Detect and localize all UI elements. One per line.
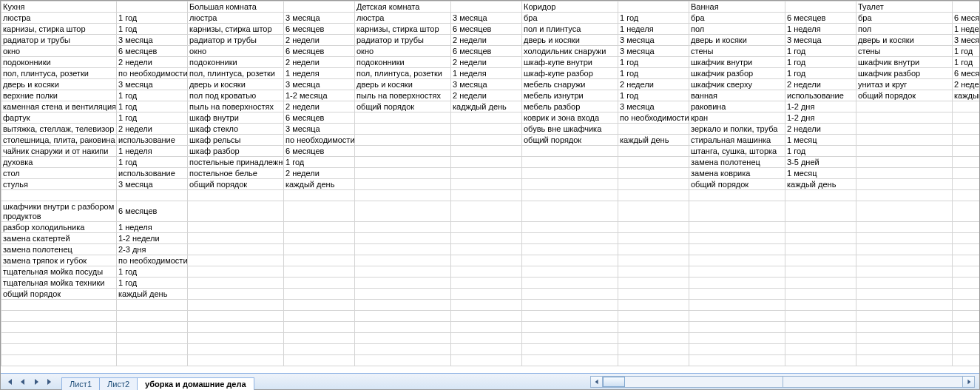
task-cell[interactable]: дверь и косяки	[689, 35, 785, 46]
freq-cell[interactable]: 3 месяца	[284, 124, 355, 135]
cell[interactable]	[856, 344, 953, 355]
freq-cell[interactable]	[953, 146, 980, 157]
freq-cell[interactable]: 2 недели	[451, 57, 522, 68]
task-cell[interactable]: общий порядок	[689, 179, 785, 190]
task-cell[interactable]	[355, 222, 451, 233]
task-cell[interactable]: общий порядок	[188, 179, 284, 190]
task-cell[interactable]: дверь и косяки	[522, 35, 618, 46]
task-cell[interactable]	[856, 146, 953, 157]
freq-cell[interactable]	[284, 190, 355, 201]
freq-cell[interactable]	[451, 168, 522, 179]
freq-cell[interactable]: 1 год	[117, 266, 188, 278]
freq-cell[interactable]: 1 неделя	[284, 68, 355, 79]
freq-cell[interactable]: 6 месяцев	[451, 46, 522, 57]
freq-cell[interactable]: 1 год	[618, 90, 689, 101]
task-cell[interactable]	[522, 244, 618, 255]
freq-cell[interactable]: 2 недели	[117, 57, 188, 68]
task-cell[interactable]	[522, 190, 618, 201]
task-cell[interactable]: шкаф разбор	[188, 146, 284, 157]
cell[interactable]	[856, 333, 953, 344]
task-cell[interactable]	[355, 146, 451, 157]
freq-cell[interactable]: 6 месяцев	[117, 46, 188, 57]
freq-cell[interactable]	[451, 201, 522, 222]
freq-cell[interactable]: 1 неделя	[953, 24, 980, 35]
task-cell[interactable]	[188, 255, 284, 266]
section-header[interactable]: Коридор	[522, 1, 618, 13]
task-cell[interactable]	[522, 289, 618, 300]
cell[interactable]	[785, 333, 856, 344]
nav-prev-icon[interactable]	[17, 376, 29, 388]
task-cell[interactable]: пол, плинтуса, розетки	[1, 68, 117, 79]
freq-cell[interactable]: по необходимости	[117, 255, 188, 266]
freq-cell[interactable]: 1 год	[117, 90, 188, 101]
freq-cell[interactable]: каждый день	[117, 289, 188, 300]
freq-cell[interactable]	[451, 135, 522, 146]
task-cell[interactable]: дверь и косяки	[355, 79, 451, 90]
freq-cell[interactable]	[451, 190, 522, 201]
freq-cell[interactable]	[953, 101, 980, 112]
task-cell[interactable]: замена скатертей	[1, 233, 117, 244]
freq-cell[interactable]: 1 год	[618, 68, 689, 79]
cell[interactable]	[953, 311, 980, 322]
freq-cell[interactable]: по необходимости	[117, 68, 188, 79]
freq-cell[interactable]: 1 год	[117, 101, 188, 112]
nav-last-icon[interactable]	[44, 376, 55, 388]
freq-cell[interactable]	[953, 244, 980, 255]
cell[interactable]	[355, 333, 451, 344]
freq-cell[interactable]: 1 год	[785, 68, 856, 79]
task-cell[interactable]	[522, 201, 618, 222]
task-cell[interactable]	[355, 179, 451, 190]
task-cell[interactable]	[188, 190, 284, 201]
cell[interactable]	[856, 322, 953, 333]
cell[interactable]	[618, 355, 689, 366]
cell[interactable]	[284, 322, 355, 333]
task-cell[interactable]: стены	[856, 46, 953, 57]
freq-cell[interactable]	[618, 201, 689, 222]
task-cell[interactable]: шкафчик внутри	[856, 57, 953, 68]
task-cell[interactable]: карнизы, стирка штор	[1, 24, 117, 35]
cell[interactable]	[355, 355, 451, 366]
freq-cell[interactable]: 6 месяцев	[451, 24, 522, 35]
scroll-right-icon[interactable]	[962, 377, 974, 387]
freq-cell[interactable]	[953, 222, 980, 233]
cell[interactable]	[689, 333, 785, 344]
freq-cell[interactable]	[618, 278, 689, 289]
tab-sheet1[interactable]: Лист1	[61, 377, 100, 390]
task-cell[interactable]: штанга, сушка, шторка	[689, 146, 785, 157]
freq-cell[interactable]	[953, 157, 980, 168]
cell[interactable]	[355, 322, 451, 333]
task-cell[interactable]: общий порядок	[522, 135, 618, 146]
freq-cell[interactable]: 2 недели	[953, 79, 980, 90]
task-cell[interactable]: фартук	[1, 112, 117, 124]
cell[interactable]	[856, 311, 953, 322]
freq-cell[interactable]: 3 месяца	[618, 35, 689, 46]
task-cell[interactable]: стол	[1, 168, 117, 179]
task-cell[interactable]: мебель снаружи	[522, 79, 618, 90]
freq-cell[interactable]: 6 месяцев	[117, 201, 188, 222]
tab-sheet2[interactable]: Лист2	[99, 377, 138, 390]
task-cell[interactable]: стиральная машинка	[689, 135, 785, 146]
task-cell[interactable]	[188, 244, 284, 255]
task-cell[interactable]	[188, 201, 284, 222]
freq-cell[interactable]: 3 месяца	[117, 79, 188, 90]
freq-cell[interactable]: 3 месяца	[785, 35, 856, 46]
cell[interactable]	[953, 344, 980, 355]
freq-cell[interactable]	[953, 124, 980, 135]
task-cell[interactable]: люстра	[1, 13, 117, 24]
freq-cell[interactable]: 1-2 месяца	[284, 90, 355, 101]
task-cell[interactable]	[856, 157, 953, 168]
task-cell[interactable]: раковина	[689, 101, 785, 112]
freq-cell[interactable]	[618, 244, 689, 255]
task-cell[interactable]: карнизы, стирка штор	[355, 24, 451, 35]
cell[interactable]	[522, 322, 618, 333]
task-cell[interactable]	[689, 289, 785, 300]
freq-cell[interactable]	[284, 289, 355, 300]
task-cell[interactable]: пол, плинтуса, розетки	[188, 68, 284, 79]
task-cell[interactable]	[355, 255, 451, 266]
task-cell[interactable]: шкаф-купе внутри	[522, 57, 618, 68]
task-cell[interactable]: люстра	[355, 13, 451, 24]
section-header[interactable]: Большая комната	[188, 1, 284, 13]
freq-cell[interactable]	[451, 179, 522, 190]
freq-cell[interactable]: 3 месяца	[117, 35, 188, 46]
cell[interactable]	[188, 344, 284, 355]
